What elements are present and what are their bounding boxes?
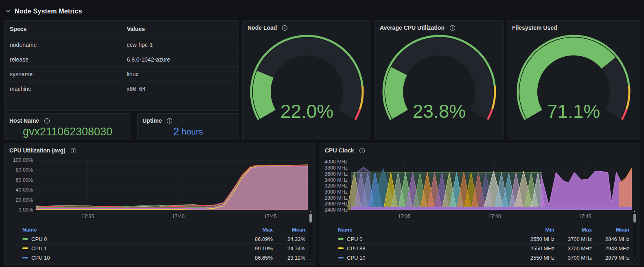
legend-series-label: CPU 1: [31, 245, 47, 252]
panel-cpu-clock: CPU Clock 4000 MHz3800 MHz3600 MHz3400 M…: [320, 143, 640, 265]
scroll-up-icon[interactable]: ▲: [309, 209, 312, 213]
x-axis-tick-label: 17:45: [578, 214, 591, 219]
legend-header-name[interactable]: Name: [22, 227, 240, 233]
legend-scrollbar[interactable]: ▲ ▼: [633, 209, 637, 262]
table-cell: release: [4, 56, 122, 63]
panel-title-node-load[interactable]: Node Load: [243, 21, 371, 32]
panel-title-uptime[interactable]: Uptime: [138, 114, 239, 125]
legend-header-stat[interactable]: Max: [554, 227, 592, 233]
x-axis-tick-label: 17:35: [81, 214, 94, 219]
legend-series-toggle[interactable]: CPU 88: [338, 245, 517, 252]
panel-title-text: Node Load: [248, 24, 277, 31]
y-axis-tick-label: 3000 MHz: [324, 189, 348, 195]
scroll-up-icon[interactable]: ▲: [633, 209, 636, 213]
y-axis-tick-label: 4000 MHz: [324, 159, 348, 165]
gauge-value: 22.0%: [280, 101, 333, 122]
legend-header-stat[interactable]: Min: [517, 227, 554, 233]
y-axis-tick-label: 100.00%: [13, 157, 33, 163]
info-icon[interactable]: [70, 148, 77, 154]
panel-title-host-name[interactable]: Host Name: [4, 114, 131, 125]
y-axis-tick-label: 0.00%: [19, 207, 33, 213]
legend-series-label: CPU 10: [31, 255, 50, 261]
x-axis-tick-label: 17:45: [264, 214, 276, 219]
table-cell: sysname: [4, 71, 122, 77]
legend-series-toggle[interactable]: CPU 10: [22, 255, 240, 261]
gauge-value: 23.8%: [412, 101, 465, 122]
legend-row: CPU 190.10%24.74%: [22, 243, 305, 253]
panel-uptime: Uptime 2 hours: [137, 113, 239, 140]
legend-stat-value: 86.65%: [240, 255, 273, 261]
scroll-down-icon[interactable]: ▼: [633, 258, 636, 262]
series-color-swatch: [338, 247, 344, 249]
legend-stat-value: 24.32%: [273, 236, 305, 242]
info-icon[interactable]: [44, 118, 50, 124]
gauge-value: 71.1%: [547, 101, 600, 122]
legend-series-toggle[interactable]: CPU 1: [22, 245, 240, 252]
uptime-value-unit: hours: [182, 127, 203, 137]
y-axis-tick-label: 2800 MHz: [324, 195, 348, 201]
legend-header-stat[interactable]: Mean: [273, 227, 305, 233]
series-color-swatch: [22, 247, 28, 249]
legend-scrollbar[interactable]: ▲ ▼: [309, 209, 313, 262]
legend-header-stat[interactable]: Mean: [592, 227, 629, 233]
legend-series-label: CPU 10: [347, 255, 366, 261]
panel-host-name: Host Name gvx211062308030: [4, 113, 131, 140]
cpu-clock-chart: 4000 MHz3800 MHz3600 MHz3400 MHz3200 MHz…: [322, 154, 637, 223]
legend-row: CPU 882550 MHz3700 MHz2943 MHz: [338, 243, 629, 253]
legend-row: CPU 02550 MHz3700 MHz2846 MHz: [338, 234, 629, 243]
y-axis-tick-label: 80.00%: [16, 167, 33, 173]
scrollbar-thumb[interactable]: [309, 214, 312, 223]
panel-title-text: CPU Utilization (avg): [9, 147, 66, 154]
y-axis-tick-label: 3600 MHz: [324, 171, 348, 177]
panel-title-text: Host Name: [9, 117, 39, 124]
panel-title-filesystem-used[interactable]: Filesystem Used: [507, 21, 640, 32]
table-cell: ccw-hpc-1: [122, 42, 239, 48]
panel-title-cpu-utilization[interactable]: CPU Utilization (avg): [4, 144, 316, 154]
section-header-node-system-metrics[interactable]: Node System Metrics: [6, 6, 82, 17]
y-axis-tick-label: 40.00%: [16, 187, 33, 193]
panel-title-text: Filesystem Used: [512, 24, 557, 31]
legend-series-label: CPU 88: [347, 245, 366, 252]
cpu-utilization-chart: 100.00%80.00%60.00%40.00%20.00%0.00%17:3…: [7, 154, 313, 223]
info-icon[interactable]: [359, 148, 365, 154]
table-cell: linux: [122, 71, 239, 77]
info-icon[interactable]: [282, 25, 288, 31]
panel-title-cpu-clock[interactable]: CPU Clock: [320, 144, 640, 154]
table-header-cell: Values: [122, 26, 239, 32]
legend-stat-value: 3700 MHz: [554, 236, 592, 242]
panel-title-text: Average CPU Utilization: [380, 24, 445, 31]
table-header-row: SpecsValues: [4, 21, 239, 37]
table-cell: nodename: [4, 42, 122, 48]
legend-stat-value: 2846 MHz: [592, 236, 629, 242]
legend-series-toggle[interactable]: CPU 0: [338, 236, 517, 242]
legend-stat-value: 86.09%: [240, 236, 273, 242]
scroll-down-icon[interactable]: ▼: [309, 258, 312, 262]
table-cell: 6.8.0-1042-azure: [122, 56, 239, 63]
average-cpu-utilization-gauge: 23.8%: [378, 32, 500, 133]
legend-series-toggle[interactable]: CPU 0: [22, 236, 240, 242]
panel-node-load: Node Load 22.0%: [242, 20, 371, 140]
legend-stat-value: 90.10%: [240, 245, 273, 252]
node-load-gauge: 22.0%: [246, 32, 368, 133]
series-color-swatch: [338, 257, 344, 258]
x-axis-tick-label: 17:40: [488, 214, 501, 219]
legend-header-name[interactable]: Name: [338, 227, 517, 233]
panel-title-text: CPU Clock: [325, 147, 354, 154]
panel-cpu-utilization: CPU Utilization (avg) 100.00%80.00%60.00…: [4, 143, 316, 265]
info-icon[interactable]: [449, 25, 456, 31]
x-axis-tick-label: 17:40: [172, 214, 184, 219]
legend-stat-value: 2879 MHz: [592, 255, 629, 261]
legend-stat-value: 2943 MHz: [592, 245, 629, 252]
legend-header-stat[interactable]: Max: [240, 227, 273, 233]
legend-stat-value: 2550 MHz: [517, 255, 554, 261]
host-name-value: gvx211062308030: [23, 126, 112, 137]
scrollbar-thumb[interactable]: [633, 214, 636, 223]
legend-series-toggle[interactable]: CPU 10: [338, 255, 517, 261]
series-color-swatch: [338, 238, 344, 240]
chevron-down-icon: [6, 8, 11, 15]
panel-title-average-cpu-utilization[interactable]: Average CPU Utilization: [375, 21, 503, 32]
info-icon[interactable]: [166, 118, 173, 124]
table-cell: machine: [4, 86, 122, 92]
legend-stat-value: 24.74%: [273, 245, 305, 252]
table-header-cell: Specs: [4, 26, 122, 32]
